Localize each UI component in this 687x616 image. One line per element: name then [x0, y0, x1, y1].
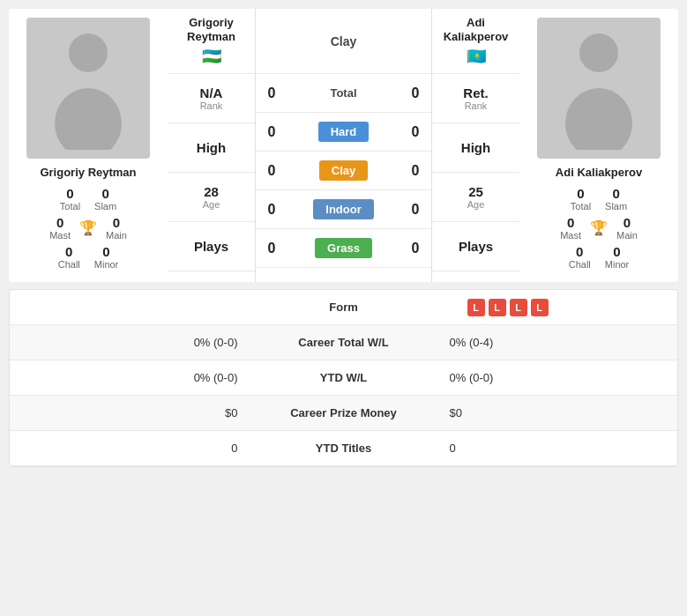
right-rank-label: Rank	[465, 100, 488, 111]
score-rows-wrapper: N/A Rank High 28 Age Plays	[168, 74, 519, 282]
right-chall-label: Chall	[569, 259, 591, 270]
clay-left-val: 0	[256, 163, 287, 179]
total-label-cell: Total	[287, 86, 400, 100]
right-plays-cell: Plays	[432, 222, 519, 271]
career-prize-left: $0	[10, 406, 256, 419]
indoor-label-cell: Indoor	[287, 199, 400, 219]
left-high-val: High	[197, 140, 226, 155]
form-badge-2: L	[489, 299, 506, 316]
form-row: Form L L L L	[10, 290, 677, 325]
left-high-cell: High	[168, 123, 255, 173]
right-mast-label: Mast	[560, 230, 581, 241]
ytd-titles-right: 0	[432, 442, 678, 455]
right-player-card: Adi Kaliakperov 0 Total 0 Slam 0 Mast 🏆	[519, 9, 678, 282]
form-right-badges: L L L L	[432, 299, 678, 316]
grass-score-row: 0 Grass 0	[256, 229, 431, 268]
right-total-val: 0	[577, 186, 584, 201]
right-age-label: Age	[467, 199, 485, 210]
right-main-stat: 0 Main	[616, 215, 638, 241]
main-container: Grigoriy Reytman 0 Total 0 Slam 0 Mast 🏆	[0, 0, 687, 476]
right-age-val: 25	[468, 184, 483, 199]
left-minor-stat: 0 Minor	[94, 244, 119, 270]
right-trophy-icon: 🏆	[590, 219, 608, 236]
svg-point-1	[55, 88, 122, 150]
left-total-stat: 0 Total	[60, 186, 80, 212]
hard-left-val: 0	[256, 124, 287, 140]
left-full-name: Grigoriy Reytman	[187, 16, 235, 43]
indoor-right-val: 0	[400, 202, 431, 218]
left-info-panel: N/A Rank High 28 Age Plays	[168, 74, 256, 282]
left-slam-stat: 0 Slam	[94, 186, 116, 212]
career-total-wl-row: 0% (0-0) Career Total W/L 0% (0-4)	[10, 325, 677, 360]
right-player-avatar	[537, 18, 661, 159]
grass-right-val: 0	[400, 241, 431, 256]
total-badge: Total	[330, 86, 356, 100]
indoor-score-row: 0 Indoor 0	[256, 190, 431, 229]
names-row: Grigoriy Reytman 🇺🇿 Clay Adi Kaliakperov…	[168, 9, 519, 74]
surface-label-cell: Clay	[256, 9, 431, 73]
right-main-val: 0	[624, 215, 631, 230]
left-player-stats-row2: 0 Mast 🏆 0 Main	[49, 215, 127, 241]
right-name-cell: Adi Kaliakperov 🇰🇿	[431, 9, 519, 73]
left-age-val: 28	[204, 184, 219, 199]
right-high-cell: High	[432, 123, 519, 173]
player-comparison-section: Grigoriy Reytman 0 Total 0 Slam 0 Mast 🏆	[9, 9, 678, 282]
right-player-stats-row3: 0 Chall 0 Minor	[528, 244, 669, 270]
total-score-row: 0 Total 0	[256, 74, 431, 113]
ytd-titles-label: YTD Titles	[256, 442, 432, 455]
form-badge-4: L	[531, 299, 549, 316]
indoor-left-val: 0	[256, 202, 287, 218]
career-total-wl-label: Career Total W/L	[256, 336, 432, 349]
left-player-name: Grigoriy Reytman	[40, 166, 136, 179]
ytd-wl-left: 0% (0-0)	[10, 371, 256, 384]
svg-point-0	[69, 33, 108, 72]
left-mast-stat: 0 Mast	[49, 215, 71, 241]
hard-right-val: 0	[400, 124, 431, 140]
right-player-stats-row1: 0 Total 0 Slam	[528, 186, 669, 212]
right-age-cell: 25 Age	[432, 173, 519, 222]
right-mast-val: 0	[567, 215, 574, 230]
center-content: Grigoriy Reytman 🇺🇿 Clay Adi Kaliakperov…	[168, 9, 519, 282]
left-rank-val: N/A	[200, 85, 223, 100]
total-right-val: 0	[400, 85, 431, 101]
hard-label-cell: Hard	[287, 122, 400, 142]
left-total-val: 0	[66, 186, 73, 201]
left-main-val: 0	[113, 215, 120, 230]
right-mast-stat: 0 Mast	[560, 215, 581, 241]
left-rank-cell: N/A Rank	[168, 74, 255, 123]
svg-point-3	[565, 88, 632, 150]
surface-label: Clay	[331, 34, 357, 48]
left-player-stats-row3: 0 Chall 0 Minor	[18, 244, 159, 270]
indoor-badge: Indoor	[313, 199, 373, 219]
right-slam-val: 0	[612, 186, 619, 201]
career-total-wl-left: 0% (0-0)	[10, 336, 256, 349]
career-prize-row: $0 Career Prize Money $0	[10, 396, 677, 431]
right-slam-stat: 0 Slam	[605, 186, 627, 212]
left-main-label: Main	[106, 230, 127, 241]
right-minor-val: 0	[613, 244, 620, 259]
ytd-titles-left: 0	[10, 442, 256, 455]
left-player-card: Grigoriy Reytman 0 Total 0 Slam 0 Mast 🏆	[9, 9, 168, 282]
left-plays-val: Plays	[194, 239, 228, 254]
right-minor-stat: 0 Minor	[605, 244, 630, 270]
career-prize-label: Career Prize Money	[256, 406, 432, 419]
left-mast-label: Mast	[49, 230, 71, 241]
left-mast-val: 0	[56, 215, 63, 230]
left-age-label: Age	[203, 199, 220, 210]
clay-right-val: 0	[400, 163, 431, 179]
ytd-titles-row: 0 YTD Titles 0	[10, 431, 677, 466]
right-total-stat: 0 Total	[571, 186, 591, 212]
right-minor-label: Minor	[605, 259, 630, 270]
right-flag: 🇰🇿	[467, 47, 486, 66]
right-chall-stat: 0 Chall	[569, 244, 591, 270]
right-high-val: High	[461, 140, 490, 155]
form-label: Form	[256, 301, 432, 314]
right-plays-val: Plays	[459, 239, 493, 254]
left-slam-val: 0	[101, 186, 108, 201]
left-flag: 🇺🇿	[202, 47, 221, 66]
left-minor-val: 0	[102, 244, 109, 259]
right-main-label: Main	[616, 230, 638, 241]
left-main-stat: 0 Main	[106, 215, 127, 241]
form-badge-1: L	[467, 299, 485, 316]
career-total-wl-right: 0% (0-4)	[432, 336, 678, 349]
